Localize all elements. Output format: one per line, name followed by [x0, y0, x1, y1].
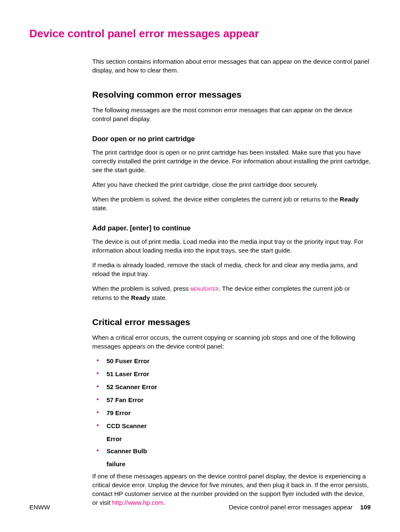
list-item: 57 Fan Error — [92, 395, 371, 404]
critical-outro: If one of these messages appears on the … — [92, 472, 371, 507]
door-p3: When the problem is solved, the device e… — [92, 195, 371, 212]
list-item: Scanner Bulb — [92, 447, 371, 455]
list-item: 79 Error — [92, 408, 371, 417]
subsection-addpaper-heading: Add paper. [enter] to continue — [92, 224, 371, 232]
page-title: Device control panel error messages appe… — [29, 27, 371, 40]
error-list-cont: Scanner Bulb — [92, 447, 371, 455]
list-item: 50 Fuser Error — [92, 356, 371, 365]
section-critical-heading: Critical error messages — [92, 317, 371, 327]
text: state. — [92, 204, 108, 212]
list-item-continuation: Error — [92, 435, 371, 442]
addpaper-p2: If media is already loaded, remove the s… — [92, 261, 371, 278]
menu-enter-key: menu/enter — [190, 285, 218, 292]
footer-right: Device control panel error messages appe… — [229, 504, 371, 511]
ready-state: Ready — [131, 294, 150, 301]
addpaper-p1: The device is out of print media. Load m… — [92, 237, 371, 255]
section-resolving-heading: Resolving common error messages — [92, 90, 371, 100]
footer-section-name: Device control panel error messages appe… — [229, 504, 353, 511]
text: When the problem is solved, press — [92, 285, 190, 292]
text: When the problem is solved, the device e… — [92, 196, 340, 203]
ready-state: Ready — [340, 196, 358, 203]
list-item: CCD Scanner — [92, 421, 371, 430]
text: state. — [150, 294, 167, 301]
addpaper-p3: When the problem is solved, press menu/e… — [92, 284, 371, 302]
error-list: 50 Fuser Error 51 Laser Error 52 Scanner… — [92, 356, 371, 430]
door-p2: After you have checked the print cartrid… — [92, 180, 371, 189]
subsection-door-heading: Door open or no print cartridge — [92, 135, 371, 143]
list-item-continuation: failure — [92, 460, 371, 467]
list-item: 51 Laser Error — [92, 369, 371, 378]
door-p1: The print cartridge door is open or no p… — [92, 148, 371, 174]
footer-left: ENWW — [29, 504, 50, 511]
critical-intro: When a critical error occurs, the curren… — [92, 333, 371, 351]
page-footer: ENWW Device control panel error messages… — [29, 504, 371, 511]
intro-text: This section contains information about … — [92, 57, 371, 75]
section-resolving-intro: The following messages are the most comm… — [92, 106, 371, 123]
page-number: 109 — [360, 504, 371, 511]
list-item: 52 Scanner Error — [92, 382, 371, 391]
